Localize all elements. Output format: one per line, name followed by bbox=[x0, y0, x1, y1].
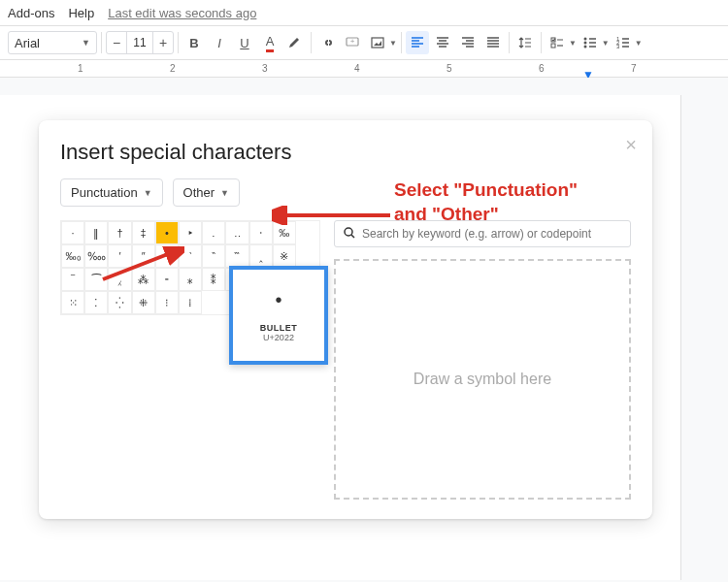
ruler-tick: 6 bbox=[539, 63, 545, 74]
draw-placeholder: Draw a symbol here bbox=[414, 371, 551, 388]
chevron-down-icon: ▼ bbox=[602, 39, 610, 48]
svg-point-11 bbox=[345, 228, 352, 236]
subcategory-dropdown[interactable]: Other ▼ bbox=[173, 178, 240, 207]
character-cell[interactable]: ‶ bbox=[202, 244, 225, 268]
character-cell[interactable]: ‷ bbox=[225, 244, 248, 268]
font-name: Arial bbox=[15, 36, 40, 50]
chevron-down-icon: ▼ bbox=[569, 39, 577, 48]
decrease-size-button[interactable]: − bbox=[107, 32, 126, 53]
character-cell[interactable]: ⁛ bbox=[108, 291, 131, 314]
line-spacing-button[interactable] bbox=[513, 31, 537, 54]
text-color-button[interactable]: A bbox=[258, 31, 281, 54]
ruler-tick: 2 bbox=[170, 63, 176, 74]
character-cell[interactable]: ⁞ bbox=[179, 291, 202, 314]
special-characters-dialog: × Insert special characters Punctuation … bbox=[39, 120, 652, 519]
font-size-value[interactable]: 11 bbox=[126, 32, 153, 53]
ruler-tick: 7 bbox=[631, 63, 637, 74]
ruler-tick: 5 bbox=[447, 63, 452, 74]
character-cell[interactable]: ‡ bbox=[132, 221, 155, 244]
character-cell[interactable]: ‥ bbox=[225, 221, 248, 244]
numbered-list-button[interactable]: 123 bbox=[612, 31, 635, 54]
font-selector[interactable]: Arial ▼ bbox=[8, 31, 97, 54]
align-center-button[interactable] bbox=[431, 31, 454, 54]
menu-help[interactable]: Help bbox=[68, 6, 94, 20]
chevron-down-icon: ▼ bbox=[82, 38, 90, 48]
bulleted-list-button[interactable] bbox=[579, 31, 602, 54]
ruler-tick: 4 bbox=[354, 63, 360, 74]
character-cell[interactable]: ⁙ bbox=[61, 291, 84, 314]
character-cell[interactable]: ‣ bbox=[179, 221, 202, 244]
svg-rect-2 bbox=[372, 38, 383, 48]
subcategory-label: Other bbox=[183, 185, 215, 200]
dialog-title: Insert special characters bbox=[60, 140, 631, 165]
character-tooltip: • BULLET U+2022 bbox=[229, 266, 328, 365]
link-button[interactable] bbox=[315, 31, 339, 54]
svg-point-5 bbox=[583, 38, 586, 41]
ruler-tick: 3 bbox=[262, 63, 268, 74]
svg-point-6 bbox=[583, 42, 586, 45]
chevron-down-icon: ▼ bbox=[144, 188, 152, 198]
chevron-down-icon: ▼ bbox=[220, 188, 229, 198]
checklist-button[interactable] bbox=[546, 31, 569, 54]
page-area: × Insert special characters Punctuation … bbox=[0, 78, 728, 582]
image-button[interactable] bbox=[366, 31, 389, 54]
underline-button[interactable]: U bbox=[233, 31, 256, 54]
edit-status[interactable]: Last edit was seconds ago bbox=[108, 6, 256, 20]
tooltip-code: U+2022 bbox=[263, 333, 294, 342]
character-cell[interactable]: ‖ bbox=[84, 221, 108, 244]
svg-point-7 bbox=[583, 46, 586, 48]
character-cell[interactable]: ※ bbox=[273, 244, 296, 268]
character-cell[interactable]: · bbox=[61, 221, 84, 244]
svg-text:3: 3 bbox=[616, 44, 620, 49]
svg-text:+: + bbox=[350, 37, 355, 46]
character-cell[interactable]: ⁝ bbox=[155, 291, 179, 314]
ruler-tick: 1 bbox=[78, 63, 83, 74]
search-input[interactable] bbox=[362, 227, 622, 241]
align-justify-button[interactable] bbox=[481, 31, 505, 54]
menu-addons[interactable]: Add-ons bbox=[8, 6, 54, 20]
draw-symbol-box[interactable]: Draw a symbol here bbox=[334, 259, 631, 500]
character-cell[interactable]: ⁑ bbox=[202, 268, 225, 291]
chevron-down-icon: ▼ bbox=[389, 39, 397, 48]
character-cell[interactable]: ⁚ bbox=[84, 291, 108, 314]
menu-bar: Add-ons Help Last edit was seconds ago bbox=[0, 0, 728, 25]
align-left-button[interactable] bbox=[406, 31, 429, 54]
tooltip-name: BULLET bbox=[260, 323, 298, 333]
annotation-arrow-icon bbox=[272, 206, 394, 225]
svg-line-13 bbox=[103, 252, 173, 279]
ruler: 1 2 3 4 5 6 ▼ 7 bbox=[0, 60, 728, 78]
annotation-text: Select "Punctuation" and "Other" bbox=[394, 178, 578, 226]
document-page[interactable]: × Insert special characters Punctuation … bbox=[0, 95, 681, 580]
bold-button[interactable]: B bbox=[182, 31, 206, 54]
character-cell[interactable]: • bbox=[155, 221, 179, 244]
category-label: Punctuation bbox=[71, 185, 138, 200]
font-size-control: − 11 + bbox=[106, 31, 174, 54]
character-cell[interactable]: ‰₀ bbox=[61, 244, 84, 268]
italic-button[interactable]: I bbox=[208, 31, 231, 54]
chevron-down-icon: ▼ bbox=[635, 39, 643, 48]
increase-size-button[interactable]: + bbox=[153, 32, 173, 53]
character-cell[interactable]: ‾ bbox=[61, 268, 84, 291]
character-cell[interactable]: ‸ bbox=[249, 244, 273, 268]
character-cell[interactable]: † bbox=[108, 221, 131, 244]
comment-button[interactable]: + bbox=[341, 31, 364, 54]
character-cell[interactable]: ⁜ bbox=[132, 291, 155, 314]
category-dropdown[interactable]: Punctuation ▼ bbox=[60, 178, 163, 207]
tooltip-char: • bbox=[275, 289, 281, 311]
search-icon bbox=[343, 226, 356, 242]
character-cell[interactable]: ․ bbox=[202, 221, 225, 244]
svg-rect-4 bbox=[551, 44, 555, 48]
highlight-button[interactable] bbox=[283, 31, 307, 54]
annotation-arrow-icon bbox=[97, 246, 184, 285]
close-button[interactable]: × bbox=[625, 134, 637, 156]
search-draw-panel: Draw a symbol here bbox=[334, 220, 631, 500]
character-cell[interactable]: ‧ bbox=[249, 221, 273, 244]
toolbar: Arial ▼ − 11 + B I U A + ▼ ▼ bbox=[0, 25, 728, 60]
align-right-button[interactable] bbox=[456, 31, 480, 54]
